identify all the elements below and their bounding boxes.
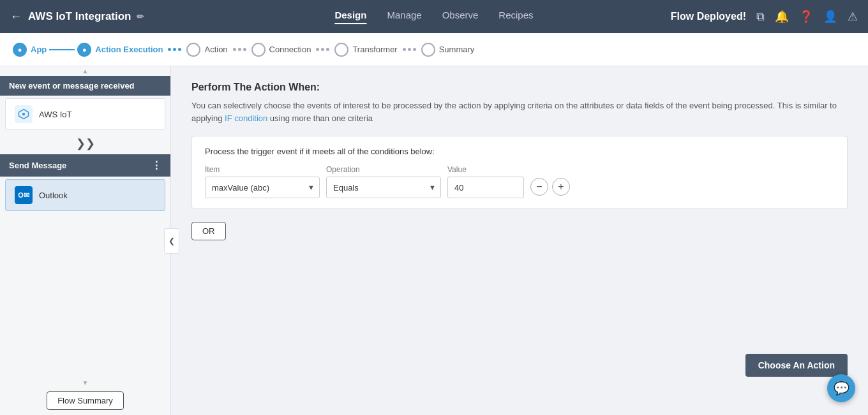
step-app[interactable]: ● App [13,43,47,57]
step-summary-circle [421,43,435,57]
step-summary[interactable]: Summary [421,43,475,57]
expand-chevron[interactable]: ❯❯ [0,133,170,154]
operation-select[interactable]: Equals Not Equals Greater Than Less Than [326,177,441,198]
step-action-execution[interactable]: ● Action Execution [77,43,163,57]
warning-icon[interactable]: ⚠ [848,10,858,24]
conditions-header: Process the trigger event if it meets al… [205,147,834,156]
outlook-icon: O✉ [15,186,33,204]
flow-status: Flow Deployed! [671,11,746,22]
value-label: Value [447,165,524,174]
step-app-label: App [31,45,47,54]
section-title: Perform The Action When: [191,82,848,93]
item-select-wrapper: maxValue (abc) minValue avgValue ▼ [205,177,320,198]
sidebar-section-2-title: Send Message [9,161,66,170]
edit-icon[interactable]: ✏ [137,11,144,22]
step-dots-2 [233,48,246,51]
notifications-icon[interactable]: 🔔 [775,10,789,24]
sidebar-collapse-button[interactable]: ❮ [164,228,179,254]
nav-tab-recipes[interactable]: Recipes [498,10,533,24]
external-link-icon[interactable]: ⧉ [756,10,765,24]
step-connection-label: Connection [269,45,311,54]
step-bar: ● App ● Action Execution Action Connecti… [0,33,868,66]
condition-operation-col: Operation Equals Not Equals Greater Than… [326,165,441,198]
nav-tab-design[interactable]: Design [334,10,366,24]
operation-select-wrapper: Equals Not Equals Greater Than Less Than… [326,177,441,198]
app-title: AWS IoT Integration ✏ [28,10,144,23]
step-action-exec-circle: ● [77,43,91,57]
flow-summary-button[interactable]: Flow Summary [47,391,124,410]
item-select[interactable]: maxValue (abc) minValue avgValue [205,177,320,198]
condition-value-col: Value [447,165,524,198]
sidebar-section-1-title: New event or message received [0,76,170,96]
remove-condition-button[interactable]: − [530,178,548,196]
sidebar-aws-iot-item[interactable]: AWS IoT [5,98,165,130]
step-action-exec-label: Action Execution [95,45,163,54]
value-input[interactable] [447,177,524,198]
step-action-circle [186,43,200,57]
user-icon[interactable]: 👤 [823,10,837,24]
sidebar-more-icon[interactable]: ⋮ [151,159,161,171]
step-line-1 [49,49,75,50]
top-nav: ← AWS IoT Integration ✏ Design Manage Ob… [0,0,868,33]
operation-label: Operation [326,165,441,174]
step-transformer-circle [334,43,348,57]
step-action[interactable]: Action [186,43,227,57]
condition-action-buttons: − + [530,178,570,196]
sidebar-bottom: ▼ Flow Summary [0,374,170,415]
condition-item-col: Item maxValue (abc) minValue avgValue ▼ [205,165,320,198]
nav-tabs: Design Manage Observe Recipes [334,10,533,24]
nav-right: Flow Deployed! ⧉ 🔔 ❓ 👤 ⚠ [671,10,858,24]
aws-iot-icon [15,105,33,123]
main-layout: ▲ New event or message received AWS IoT … [0,66,868,415]
step-connection[interactable]: Connection [251,43,311,57]
sidebar-outlook-item[interactable]: O✉ Outlook [5,179,165,211]
choose-action-button[interactable]: Choose An Action [745,354,848,377]
aws-iot-label: AWS IoT [39,110,72,119]
help-icon[interactable]: ❓ [799,10,813,24]
step-transformer-label: Transformer [352,45,397,54]
step-dots-3 [316,48,329,51]
if-condition-link[interactable]: IF condition [225,113,267,123]
step-action-label: Action [204,45,227,54]
sidebar-section-2-header: Send Message ⋮ [0,154,170,177]
back-button[interactable]: ← [10,10,22,24]
conditions-box: Process the trigger event if it meets al… [191,136,848,209]
step-dots-4 [403,48,416,51]
nav-tab-manage[interactable]: Manage [387,10,421,24]
content-area: Perform The Action When: You can selecti… [171,66,868,415]
sidebar: ▲ New event or message received AWS IoT … [0,66,171,415]
step-transformer[interactable]: Transformer [334,43,397,57]
step-app-circle: ● [13,43,27,57]
nav-tab-observe[interactable]: Observe [442,10,479,24]
item-label: Item [205,165,320,174]
svg-point-1 [22,113,26,116]
scroll-indicator-bottom: ▼ [82,379,89,386]
outlook-label: Outlook [39,191,68,200]
condition-row: Item maxValue (abc) minValue avgValue ▼ … [205,165,834,198]
step-connection-circle [251,43,266,57]
chat-bubble[interactable]: 💬 [827,374,855,402]
step-summary-label: Summary [439,45,475,54]
scroll-indicator-top: ▲ [0,66,170,76]
section-description: You can selectively choose the events of… [191,99,848,124]
add-condition-button[interactable]: + [552,178,570,196]
or-button[interactable]: OR [191,222,226,240]
step-dots-1 [168,48,181,51]
